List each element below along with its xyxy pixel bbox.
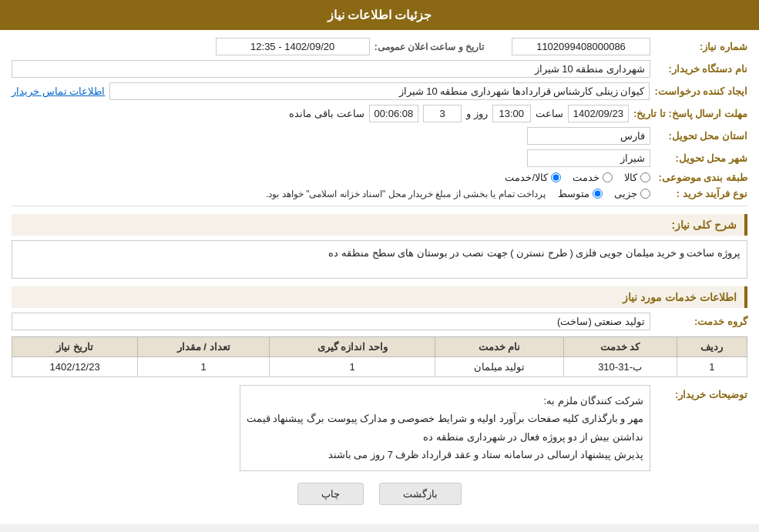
purchase-motavaset-label: متوسط xyxy=(558,188,589,199)
category-kala-label: کالا xyxy=(624,172,637,183)
deadline-remaining: 00:06:08 xyxy=(369,105,419,122)
deadline-remaining-label: ساعت باقی مانده xyxy=(289,108,364,119)
table-header-unit: واحد اندازه گیری xyxy=(270,337,435,357)
cell-name: تولید میلمان xyxy=(435,357,563,377)
table-header-name: نام خدمت xyxy=(435,337,563,357)
deadline-time: 13:00 xyxy=(492,105,531,122)
buyer-notes-label: توضیحات خریدار: xyxy=(655,385,747,400)
services-section-title: اطلاعات خدمات مورد نیاز xyxy=(12,286,747,308)
announcement-number-value: 1102099408000086 xyxy=(512,38,650,55)
category-kala-khedmat[interactable]: کالا/خدمت xyxy=(505,172,561,183)
deadline-days-label: روز و xyxy=(466,108,488,119)
city-value: شیراز xyxy=(527,149,650,167)
announcement-number-label: شماره نیاز: xyxy=(655,41,747,52)
buyer-notes-content: شرکت کنندگان ملزم به:مهر و بارگذاری کلیه… xyxy=(240,385,650,471)
need-desc-section-title: شرح کلی نیاز: xyxy=(12,214,747,236)
deadline-time-label: ساعت xyxy=(536,108,563,119)
page-header: جزئیات اطلاعات نیاز xyxy=(0,0,759,30)
purchase-motavaset[interactable]: متوسط xyxy=(558,188,603,199)
purchase-jozi-radio[interactable] xyxy=(640,189,650,199)
cell-date: 1402/12/23 xyxy=(12,357,138,377)
province-value: فارس xyxy=(527,127,650,145)
creator-value: کیوان زینلی کارشناس قراردادها شهرداری من… xyxy=(109,82,650,100)
buyer-notes-line: شرکت کنندگان ملزم به: xyxy=(247,392,643,410)
cell-unit: 1 xyxy=(270,357,435,377)
deadline-date: 1402/09/23 xyxy=(568,105,629,122)
service-group-value: تولید صنعتی (ساخت) xyxy=(12,313,650,330)
announcement-date-label: تاریخ و ساعت اعلان عمومی: xyxy=(374,42,484,52)
category-label: طبقه بندی موضوعی: xyxy=(655,172,747,183)
table-header-code: کد خدمت xyxy=(563,337,677,357)
print-button[interactable]: چاپ xyxy=(297,483,364,505)
cell-quantity: 1 xyxy=(138,357,270,377)
purchase-motavaset-radio[interactable] xyxy=(593,189,603,199)
cell-row: 1 xyxy=(677,357,747,377)
city-label: شهر محل تحویل: xyxy=(655,152,747,164)
category-kala-radio[interactable] xyxy=(640,172,650,182)
buyer-org-value: شهرداری منطقه 10 شیراز xyxy=(12,60,650,78)
category-khedmat[interactable]: خدمت xyxy=(573,172,613,183)
back-button[interactable]: بازگشت xyxy=(379,483,462,505)
purchase-jozi-label: جزیی xyxy=(614,188,637,199)
purchase-type-radio-group: جزیی متوسط xyxy=(558,188,650,199)
purchase-type-desc: پرداخت تمام یا بخشی از مبلغ خریدار محل "… xyxy=(266,189,546,199)
creator-label: ایجاد کننده درخواست: xyxy=(654,85,747,97)
action-buttons: بازگشت چاپ xyxy=(12,483,747,505)
purchase-jozi[interactable]: جزیی xyxy=(614,188,650,199)
table-header-quantity: تعداد / مقدار xyxy=(138,337,270,357)
deadline-days: 3 xyxy=(423,105,462,122)
services-table: ردیف کد خدمت نام خدمت واحد اندازه گیری ت… xyxy=(12,336,747,377)
province-label: استان محل تحویل: xyxy=(655,130,747,142)
service-group-label: گروه خدمت: xyxy=(655,316,747,327)
category-khedmat-label: خدمت xyxy=(573,172,599,183)
table-header-date: تاریخ نیاز xyxy=(12,337,138,357)
category-kala-khedmat-label: کالا/خدمت xyxy=(505,172,548,183)
category-radio-group: کالا خدمت کالا/خدمت xyxy=(505,172,650,183)
category-kala-khedmat-radio[interactable] xyxy=(551,172,561,182)
header-title: جزئیات اطلاعات نیاز xyxy=(327,8,432,22)
buyer-notes-line: مهر و بارگذاری کلیه صفحات برآورد اولیه و… xyxy=(247,410,643,427)
purchase-type-label: نوع فرآیند خرید : xyxy=(655,188,747,199)
buyer-notes-line: نداشتن بیش از دو پروژه فعال در شهرداری م… xyxy=(247,428,643,446)
table-row: 1 ب-31-310 تولید میلمان 1 1 1402/12/23 xyxy=(12,357,747,377)
buyer-org-label: نام دستگاه خریدار: xyxy=(655,63,747,75)
category-khedmat-radio[interactable] xyxy=(603,172,613,182)
buyer-notes-line: پذیرش پیشنهاد ارسالی در سامانه ستاد و عق… xyxy=(247,446,643,463)
announcement-date-value: 1402/09/20 - 12:35 xyxy=(216,38,370,55)
creator-link[interactable]: اطلاعات تماس خریدار xyxy=(12,85,105,97)
category-kala[interactable]: کالا xyxy=(624,172,650,183)
need-desc-value: پروژه ساخت و خرید میلمان جویی فلزی ( طرح… xyxy=(12,240,747,279)
deadline-label: مهلت ارسال پاسخ: تا تاریخ: xyxy=(633,108,747,119)
table-header-row: ردیف xyxy=(677,337,747,357)
cell-code: ب-31-310 xyxy=(563,357,677,377)
